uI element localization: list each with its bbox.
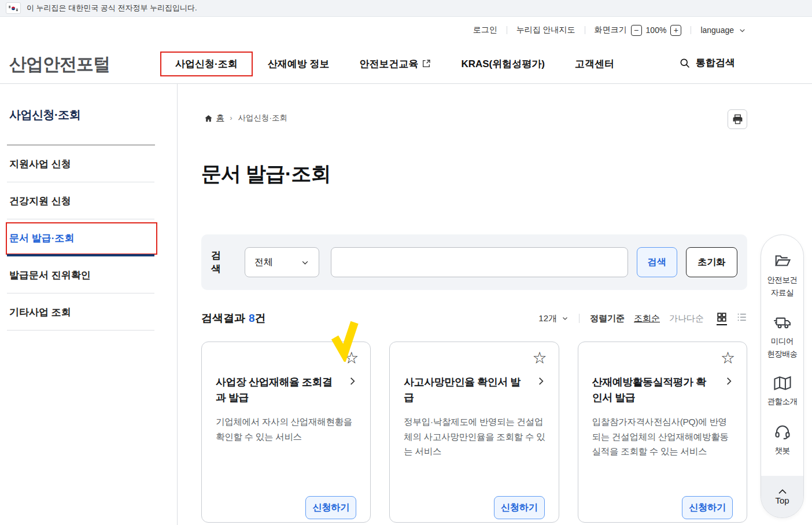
card-title: 사고사망만인율 확인서 발급 <box>404 375 526 406</box>
headset-icon <box>774 423 791 440</box>
language-dropdown[interactable]: language <box>691 25 746 35</box>
gov-banner: 이 누리집은 대한민국 공식 전자정부 누리집입니다. <box>0 0 812 17</box>
page-title: 문서 발급·조회 <box>201 160 330 188</box>
results-count-number: 8 <box>249 312 255 324</box>
favorite-star-icon[interactable]: ☆ <box>721 350 735 366</box>
quick-menu-item-library[interactable]: 안전보건자료실 <box>767 252 798 299</box>
divider <box>579 314 580 323</box>
apply-button[interactable]: 신청하기 <box>494 496 545 519</box>
chevron-down-icon <box>301 258 309 267</box>
sidebar-item-label: 문서 발급·조회 <box>9 232 74 245</box>
breadcrumb-current: 사업신청·조회 <box>238 113 288 123</box>
nav-label: 산재예방 정보 <box>268 57 330 71</box>
search-input[interactable] <box>331 247 628 277</box>
quick-menu-item-media-delivery[interactable]: 미디어현장배송 <box>767 314 798 360</box>
sidebar-item-support-apply[interactable]: 지원사업 신청 <box>0 145 177 182</box>
search-label: 검색 <box>211 249 231 276</box>
sidebar-item-document-issue[interactable]: 문서 발급·조회 <box>0 219 177 256</box>
chevron-down-icon <box>739 27 746 34</box>
total-search-button[interactable]: 통합검색 <box>679 56 735 69</box>
sidebar-item-other-business[interactable]: 기타사업 조회 <box>0 293 177 331</box>
list-view-button[interactable] <box>737 312 747 325</box>
top-label: Top <box>775 495 789 505</box>
apply-button[interactable]: 신청하기 <box>305 496 356 519</box>
card-description: 기업체에서 자사의 산업재해현황을 확인할 수 있는 서비스 <box>216 414 357 444</box>
search-filter-select[interactable]: 전체 <box>245 247 319 277</box>
card-accident-rate: ☆ 사업장 산업재해율 조회결과 발급 기업체에서 자사의 산업재해현황을 확인… <box>201 342 371 523</box>
nav-customer-center[interactable]: 고객센터 <box>560 52 629 76</box>
search-icon <box>679 57 691 69</box>
login-link[interactable]: 로그인 <box>464 25 507 35</box>
card-title: 사업장 산업재해율 조회결과 발급 <box>216 375 338 406</box>
sidebar-item-label: 지원사업 신청 <box>9 157 71 171</box>
nav-business-apply[interactable]: 사업신청·조회 <box>160 52 253 76</box>
nav-accident-prevention[interactable]: 산재예방 정보 <box>253 52 345 76</box>
card-title-link[interactable]: 사업장 산업재해율 조회결과 발급 <box>216 375 357 406</box>
quick-menu-label: 안전보건자료실 <box>767 274 798 299</box>
scroll-to-top-button[interactable]: Top <box>761 476 803 517</box>
external-link-icon <box>422 59 431 68</box>
chevron-right-icon <box>348 376 357 386</box>
sidebar-item-document-verify[interactable]: 발급문서 진위확인 <box>0 256 177 293</box>
nav-label: 사업신청·조회 <box>175 57 238 71</box>
grid-view-button[interactable] <box>717 312 727 325</box>
total-search-label: 통합검색 <box>696 56 735 69</box>
service-card-grid: ☆ 사업장 산업재해율 조회결과 발급 기업체에서 자사의 산업재해현황을 확인… <box>201 342 747 523</box>
favorite-star-icon[interactable]: ☆ <box>533 350 547 366</box>
utility-bar: 로그인 누리집 안내지도 화면크기 − 100% + language <box>0 17 812 43</box>
quick-menu-item-jurisdiction[interactable]: 관할소개 <box>767 375 798 408</box>
sitemap-link[interactable]: 누리집 안내지도 <box>507 25 585 35</box>
card-title: 산재예방활동실적평가 확인서 발급 <box>592 375 715 406</box>
sidebar-menu: 지원사업 신청 건강지원 신청 문서 발급·조회 발급문서 진위확인 기타사업 … <box>0 145 177 331</box>
nav-label: 안전보건교육 <box>359 57 418 71</box>
apply-button[interactable]: 신청하기 <box>682 496 733 519</box>
nav-safety-education[interactable]: 안전보건교육 <box>344 52 446 76</box>
list-view-icon <box>737 312 747 322</box>
korea-flag-icon <box>6 2 21 14</box>
zoom-level: 100% <box>646 25 667 35</box>
nav-label: KRAS(위험성평가) <box>461 57 545 71</box>
favorite-star-icon[interactable]: ☆ <box>344 350 359 366</box>
page: 이 누리집은 대한민국 공식 전자정부 누리집입니다. 로그인 누리집 안내지도… <box>0 0 812 525</box>
page-size-dropdown[interactable]: 12개 <box>538 313 569 324</box>
main-content: 홈 › 사업신청·조회 문서 발급·조회 검색 전체 검색 초기화 <box>178 84 812 525</box>
results-count-suffix: 건 <box>255 312 266 324</box>
sidebar-item-label: 기타사업 조회 <box>9 306 71 319</box>
breadcrumb: 홈 › 사업신청·조회 <box>204 113 287 123</box>
site-logo[interactable]: 산업안전포털 <box>9 53 110 76</box>
sort-by-views[interactable]: 조회순 <box>634 313 660 324</box>
chevron-down-icon <box>562 315 569 322</box>
chevron-right-icon <box>536 376 546 386</box>
card-description: 입찰참가자격사전심사(PQ)에 반영되는 건설업체의 산업재해예방활동 실적을 … <box>592 414 734 459</box>
card-title-link[interactable]: 산재예방활동실적평가 확인서 발급 <box>592 375 734 406</box>
reset-button[interactable]: 초기화 <box>686 247 737 277</box>
breadcrumb-home-label: 홈 <box>216 113 224 123</box>
chevron-right-icon: › <box>230 114 232 122</box>
print-button[interactable] <box>728 109 747 129</box>
results-count-prefix: 검색결과 <box>201 312 245 324</box>
quick-menu: 안전보건자료실 미디어현장배송 관할소개 챗봇 <box>761 234 804 518</box>
card-description: 정부입·낙찰제도에 반영되는 건설업체의 사고사망만인율을 조회할 수 있는 서… <box>404 414 545 459</box>
folder-icon <box>774 252 791 270</box>
breadcrumb-home[interactable]: 홈 <box>204 113 224 123</box>
gov-banner-text: 이 누리집은 대한민국 공식 전자정부 누리집입니다. <box>27 3 197 13</box>
quick-menu-item-chatbot[interactable]: 챗봇 <box>774 423 791 457</box>
sidebar-item-label: 건강지원 신청 <box>9 194 71 208</box>
sidebar-item-health-support[interactable]: 건강지원 신청 <box>0 182 177 219</box>
map-icon <box>773 375 792 391</box>
home-icon <box>204 114 213 123</box>
zoom-out-button[interactable]: − <box>631 25 642 36</box>
printer-icon <box>732 114 743 125</box>
card-prevention-evaluation: ☆ 산재예방활동실적평가 확인서 발급 입찰참가자격사전심사(PQ)에 반영되는… <box>578 342 747 523</box>
sort-label: 정렬기준 <box>590 313 625 324</box>
view-controls: 12개 정렬기준 조회순 가나다순 <box>538 312 747 325</box>
card-title-link[interactable]: 사고사망만인율 확인서 발급 <box>404 375 545 406</box>
results-count: 검색결과8건 <box>201 311 266 326</box>
nav-kras[interactable]: KRAS(위험성평가) <box>446 52 560 76</box>
search-panel: 검색 전체 검색 초기화 <box>201 234 747 290</box>
chevron-up-icon <box>778 489 787 494</box>
zoom-in-button[interactable]: + <box>670 25 681 36</box>
sort-by-name[interactable]: 가나다순 <box>669 313 704 324</box>
search-button[interactable]: 검색 <box>637 247 677 277</box>
quick-menu-label: 챗봇 <box>775 445 790 457</box>
